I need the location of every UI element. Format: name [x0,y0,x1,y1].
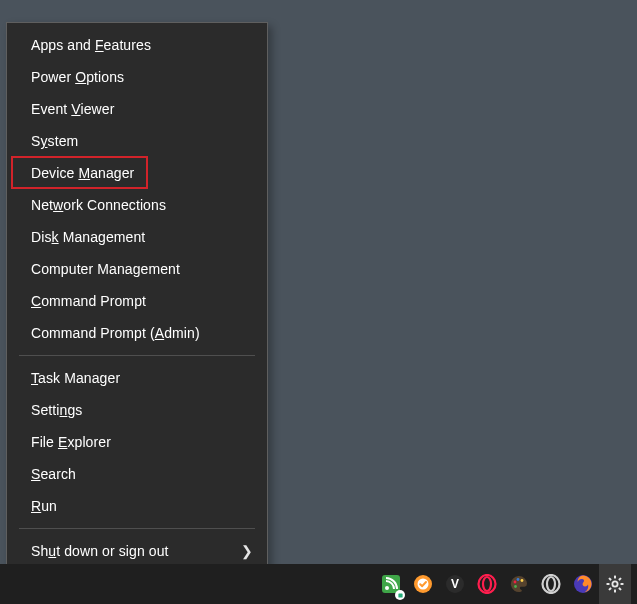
menu-item-label: Disk Management [31,229,145,245]
settings-gear-icon[interactable] [599,564,631,604]
menu-item-label: System [31,133,78,149]
menu-item-label: Apps and Features [31,37,151,53]
svg-rect-2 [398,593,402,597]
menu-item-label: Command Prompt (Admin) [31,325,200,341]
menu-item-disk-management[interactable]: Disk Management [7,221,267,253]
svg-rect-16 [614,576,616,579]
menu-item-label: Shut down or sign out [31,543,169,559]
chevron-right-icon: ❯ [241,543,253,559]
svg-point-1 [385,586,389,590]
menu-group: Apps and FeaturesPower OptionsEvent View… [7,27,267,351]
rss-icon[interactable] [375,564,407,604]
firefox-icon[interactable] [567,564,599,604]
svg-rect-20 [614,590,616,593]
svg-rect-17 [618,577,622,581]
svg-text:V: V [451,577,459,591]
menu-item-settings[interactable]: Settings [7,394,267,426]
winx-power-user-menu[interactable]: Apps and FeaturesPower OptionsEvent View… [6,22,268,604]
menu-item-search[interactable]: Search [7,458,267,490]
menu-item-label: Device Manager [31,165,134,181]
notification-badge-icon [395,590,405,600]
menu-item-computer-management[interactable]: Computer Management [7,253,267,285]
menu-item-label: Event Viewer [31,101,114,117]
system-tray: V [375,564,637,604]
menu-item-shutdown-sign-out[interactable]: Shut down or sign out❯ [7,535,267,567]
menu-item-label: Computer Management [31,261,180,277]
menu-separator [19,355,255,356]
menu-item-command-prompt[interactable]: Command Prompt [7,285,267,317]
menu-item-system[interactable]: System [7,125,267,157]
svg-rect-18 [621,583,624,585]
menu-item-label: Run [31,498,57,514]
svg-point-12 [514,585,517,588]
opera-gx-icon[interactable] [471,564,503,604]
menu-item-apps-and-features[interactable]: Apps and Features [7,29,267,61]
avast-icon[interactable] [407,564,439,604]
svg-rect-19 [618,587,622,591]
svg-rect-23 [608,577,612,581]
menu-item-label: File Explorer [31,434,111,450]
desktop-background: Apps and FeaturesPower OptionsEvent View… [0,0,637,564]
svg-point-8 [483,577,491,591]
menu-item-event-viewer[interactable]: Event Viewer [7,93,267,125]
svg-rect-22 [607,583,610,585]
menu-item-label: Settings [31,402,82,418]
menu-item-task-manager[interactable]: Task Manager [7,362,267,394]
menu-item-label: Task Manager [31,370,120,386]
menu-item-power-options[interactable]: Power Options [7,61,267,93]
menu-separator [19,528,255,529]
svg-point-9 [514,581,517,584]
svg-point-14 [547,577,555,591]
menu-group: Task ManagerSettingsFile ExplorerSearchR… [7,360,267,524]
svg-point-11 [521,579,524,582]
menu-item-file-explorer[interactable]: File Explorer [7,426,267,458]
svg-point-10 [517,578,520,581]
menu-item-label: Search [31,466,76,482]
menu-item-label: Power Options [31,69,124,85]
svg-rect-21 [608,587,612,591]
menu-item-run[interactable]: Run [7,490,267,522]
menu-item-device-manager[interactable]: Device Manager [7,157,267,189]
taskbar: V [0,564,637,604]
menu-item-label: Network Connections [31,197,166,213]
palette-icon[interactable] [503,564,535,604]
menu-item-label: Command Prompt [31,293,146,309]
menu-item-command-prompt-admin[interactable]: Command Prompt (Admin) [7,317,267,349]
opera-icon[interactable] [535,564,567,604]
vpn-icon[interactable]: V [439,564,471,604]
menu-item-network-connections[interactable]: Network Connections [7,189,267,221]
